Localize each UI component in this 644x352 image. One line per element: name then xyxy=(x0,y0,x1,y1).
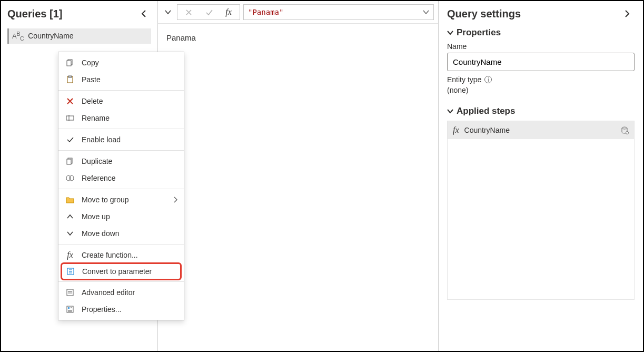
check-icon xyxy=(205,9,213,16)
svg-point-9 xyxy=(70,175,74,181)
settings-pane: Query settings Properties Name Entity ty… xyxy=(439,1,643,351)
properties-section-header[interactable]: Properties xyxy=(447,27,635,38)
menu-rename[interactable]: Rename xyxy=(58,110,184,126)
menu-label: Rename xyxy=(82,114,110,122)
formula-bar-toggle[interactable] xyxy=(162,6,174,18)
menu-separator xyxy=(58,90,184,91)
formula-bar: fx "Panama" xyxy=(158,1,438,24)
delete-icon xyxy=(65,96,75,106)
menu-label: Move down xyxy=(82,229,120,238)
applied-steps-section-header[interactable]: Applied steps xyxy=(447,106,635,116)
collapse-queries-button[interactable] xyxy=(136,6,151,21)
menu-delete[interactable]: Delete xyxy=(58,93,184,110)
menu-label: Enable load xyxy=(82,135,121,144)
menu-label: Properties... xyxy=(82,305,121,314)
name-input[interactable] xyxy=(447,53,635,71)
queries-header: Queries [1] xyxy=(7,6,151,21)
chevron-down-icon xyxy=(423,10,429,14)
checkmark-icon xyxy=(65,134,75,145)
menu-label: Move up xyxy=(82,212,110,221)
context-menu: Copy Paste Delete Rename xyxy=(58,52,184,320)
formula-dropdown-button[interactable] xyxy=(423,10,429,14)
chevron-down-icon xyxy=(65,228,75,239)
svg-rect-3 xyxy=(68,76,72,77)
menu-duplicate[interactable]: Duplicate xyxy=(58,153,184,170)
x-icon xyxy=(185,9,192,16)
menu-label: Paste xyxy=(82,75,101,84)
chevron-down-icon xyxy=(447,31,453,35)
menu-separator xyxy=(58,189,184,189)
cancel-formula-button[interactable] xyxy=(185,9,192,16)
copy-icon xyxy=(65,57,75,68)
svg-rect-18 xyxy=(68,307,70,309)
menu-reference[interactable]: Reference xyxy=(58,170,184,187)
menu-create-function[interactable]: fx Create function... xyxy=(58,247,184,263)
queries-pane: Queries [1] ABC CountryName Copy Paste xyxy=(1,1,158,351)
query-item-label: CountryName xyxy=(28,32,73,40)
commit-formula-button[interactable] xyxy=(205,9,213,16)
chevron-up-icon xyxy=(65,211,75,222)
settings-header: Query settings xyxy=(447,6,635,21)
menu-label: Reference xyxy=(82,174,116,182)
applied-step[interactable]: fx CountryName xyxy=(448,121,634,139)
menu-label: Convert to parameter xyxy=(82,267,152,276)
menu-advanced-editor[interactable]: Advanced editor xyxy=(58,284,184,301)
menu-move-down[interactable]: Move down xyxy=(58,225,184,242)
fx-icon: fx xyxy=(65,250,75,260)
menu-properties[interactable]: Properties... xyxy=(58,301,184,318)
menu-convert-to-parameter[interactable]: Convert to parameter xyxy=(61,262,182,280)
parameter-icon xyxy=(65,266,76,277)
step-label: CountryName xyxy=(464,126,510,134)
formula-text: "Panama" xyxy=(248,8,418,16)
menu-separator xyxy=(58,281,184,282)
paste-icon xyxy=(65,74,75,85)
chevron-right-icon xyxy=(625,10,630,17)
menu-move-up[interactable]: Move up xyxy=(58,208,184,225)
menu-enable-load[interactable]: Enable load xyxy=(58,131,184,148)
rename-icon xyxy=(65,113,75,123)
svg-point-23 xyxy=(626,132,629,134)
name-label: Name xyxy=(447,42,635,51)
menu-label: Delete xyxy=(82,97,103,105)
section-label: Properties xyxy=(457,27,501,38)
applied-steps-list: fx CountryName xyxy=(447,121,635,300)
menu-label: Advanced editor xyxy=(82,288,135,297)
properties-icon xyxy=(65,304,75,315)
collapse-settings-button[interactable] xyxy=(620,6,635,21)
chevron-down-icon xyxy=(447,109,453,113)
info-icon[interactable]: i xyxy=(484,76,492,83)
svg-rect-1 xyxy=(67,61,71,66)
menu-copy[interactable]: Copy xyxy=(58,54,184,71)
chevron-right-icon xyxy=(173,197,177,203)
folder-icon xyxy=(65,194,75,205)
preview-value: Panama xyxy=(166,33,196,42)
menu-separator xyxy=(58,244,184,245)
chevron-down-icon xyxy=(164,9,172,15)
chevron-left-icon xyxy=(141,10,146,17)
menu-paste[interactable]: Paste xyxy=(58,71,184,88)
menu-label: Create function... xyxy=(82,251,138,259)
svg-rect-7 xyxy=(67,159,71,164)
text-type-icon: ABC xyxy=(12,31,24,42)
menu-label: Copy xyxy=(82,58,99,67)
entity-type-value: (none) xyxy=(447,86,635,94)
menu-label: Duplicate xyxy=(82,157,112,165)
fx-icon: fx xyxy=(453,125,459,135)
svg-rect-14 xyxy=(67,289,73,296)
section-label: Applied steps xyxy=(457,106,515,116)
menu-separator xyxy=(58,150,184,151)
reference-icon xyxy=(65,173,75,183)
svg-rect-4 xyxy=(66,116,74,120)
duplicate-icon xyxy=(65,156,75,167)
menu-move-to-group[interactable]: Move to group xyxy=(58,191,184,208)
preview-area: Panama xyxy=(158,24,438,52)
step-source-icon[interactable] xyxy=(620,126,629,134)
query-item[interactable]: ABC CountryName xyxy=(7,28,151,44)
svg-point-22 xyxy=(622,127,627,129)
formula-bar-actions: fx xyxy=(177,4,240,20)
formula-input[interactable]: "Panama" xyxy=(243,4,434,20)
entity-type-label: Entity type i xyxy=(447,75,635,84)
editor-icon xyxy=(65,287,75,298)
fx-icon[interactable]: fx xyxy=(225,7,232,17)
center-pane: fx "Panama" Panama xyxy=(158,1,439,351)
